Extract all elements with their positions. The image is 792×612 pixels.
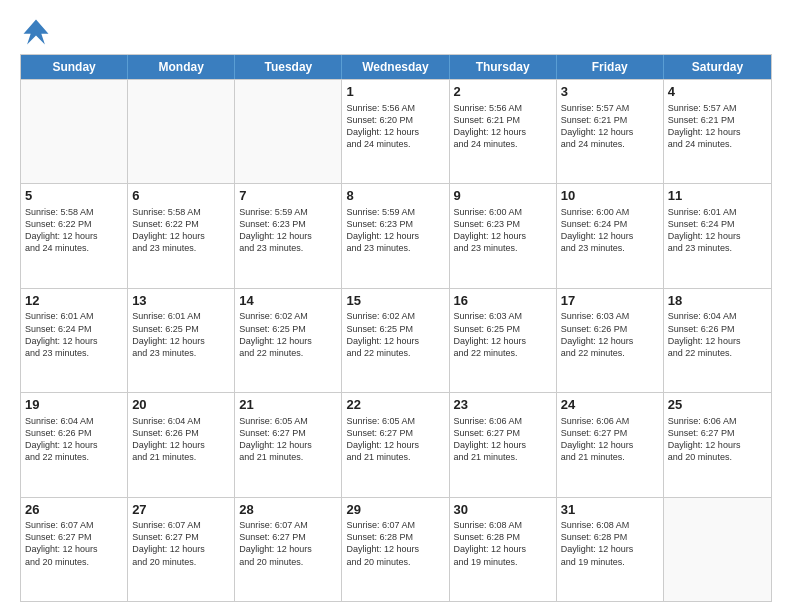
logo	[20, 16, 56, 48]
day-number: 3	[561, 83, 659, 101]
day-number: 13	[132, 292, 230, 310]
svg-marker-0	[24, 20, 49, 45]
day-cell-17: 17Sunrise: 6:03 AM Sunset: 6:26 PM Dayli…	[557, 289, 664, 392]
day-cell-27: 27Sunrise: 6:07 AM Sunset: 6:27 PM Dayli…	[128, 498, 235, 601]
day-number: 29	[346, 501, 444, 519]
day-number: 8	[346, 187, 444, 205]
day-info: Sunrise: 6:02 AM Sunset: 6:25 PM Dayligh…	[346, 310, 444, 359]
day-number: 11	[668, 187, 767, 205]
day-number: 2	[454, 83, 552, 101]
week-row-1: 1Sunrise: 5:56 AM Sunset: 6:20 PM Daylig…	[21, 79, 771, 183]
header-cell-sunday: Sunday	[21, 55, 128, 79]
day-info: Sunrise: 6:01 AM Sunset: 6:25 PM Dayligh…	[132, 310, 230, 359]
day-cell-5: 5Sunrise: 5:58 AM Sunset: 6:22 PM Daylig…	[21, 184, 128, 287]
day-info: Sunrise: 6:08 AM Sunset: 6:28 PM Dayligh…	[561, 519, 659, 568]
day-info: Sunrise: 6:08 AM Sunset: 6:28 PM Dayligh…	[454, 519, 552, 568]
week-row-4: 19Sunrise: 6:04 AM Sunset: 6:26 PM Dayli…	[21, 392, 771, 496]
day-info: Sunrise: 5:59 AM Sunset: 6:23 PM Dayligh…	[346, 206, 444, 255]
day-cell-11: 11Sunrise: 6:01 AM Sunset: 6:24 PM Dayli…	[664, 184, 771, 287]
day-cell-30: 30Sunrise: 6:08 AM Sunset: 6:28 PM Dayli…	[450, 498, 557, 601]
day-cell-1: 1Sunrise: 5:56 AM Sunset: 6:20 PM Daylig…	[342, 80, 449, 183]
day-info: Sunrise: 6:06 AM Sunset: 6:27 PM Dayligh…	[454, 415, 552, 464]
day-number: 10	[561, 187, 659, 205]
day-info: Sunrise: 6:07 AM Sunset: 6:27 PM Dayligh…	[132, 519, 230, 568]
header-cell-wednesday: Wednesday	[342, 55, 449, 79]
empty-cell	[235, 80, 342, 183]
day-cell-16: 16Sunrise: 6:03 AM Sunset: 6:25 PM Dayli…	[450, 289, 557, 392]
day-cell-24: 24Sunrise: 6:06 AM Sunset: 6:27 PM Dayli…	[557, 393, 664, 496]
day-number: 6	[132, 187, 230, 205]
day-number: 31	[561, 501, 659, 519]
day-cell-8: 8Sunrise: 5:59 AM Sunset: 6:23 PM Daylig…	[342, 184, 449, 287]
day-info: Sunrise: 6:06 AM Sunset: 6:27 PM Dayligh…	[668, 415, 767, 464]
day-info: Sunrise: 5:56 AM Sunset: 6:21 PM Dayligh…	[454, 102, 552, 151]
day-number: 17	[561, 292, 659, 310]
day-info: Sunrise: 6:03 AM Sunset: 6:25 PM Dayligh…	[454, 310, 552, 359]
day-number: 15	[346, 292, 444, 310]
day-info: Sunrise: 6:07 AM Sunset: 6:27 PM Dayligh…	[25, 519, 123, 568]
calendar: SundayMondayTuesdayWednesdayThursdayFrid…	[20, 54, 772, 602]
day-cell-14: 14Sunrise: 6:02 AM Sunset: 6:25 PM Dayli…	[235, 289, 342, 392]
day-number: 27	[132, 501, 230, 519]
day-info: Sunrise: 6:05 AM Sunset: 6:27 PM Dayligh…	[346, 415, 444, 464]
header-cell-saturday: Saturday	[664, 55, 771, 79]
page: SundayMondayTuesdayWednesdayThursdayFrid…	[0, 0, 792, 612]
empty-cell	[664, 498, 771, 601]
day-number: 28	[239, 501, 337, 519]
day-number: 16	[454, 292, 552, 310]
day-number: 22	[346, 396, 444, 414]
day-info: Sunrise: 5:57 AM Sunset: 6:21 PM Dayligh…	[668, 102, 767, 151]
header-cell-monday: Monday	[128, 55, 235, 79]
day-cell-4: 4Sunrise: 5:57 AM Sunset: 6:21 PM Daylig…	[664, 80, 771, 183]
calendar-body: 1Sunrise: 5:56 AM Sunset: 6:20 PM Daylig…	[21, 79, 771, 601]
day-info: Sunrise: 6:04 AM Sunset: 6:26 PM Dayligh…	[25, 415, 123, 464]
day-info: Sunrise: 6:06 AM Sunset: 6:27 PM Dayligh…	[561, 415, 659, 464]
day-number: 5	[25, 187, 123, 205]
day-info: Sunrise: 6:07 AM Sunset: 6:28 PM Dayligh…	[346, 519, 444, 568]
day-cell-2: 2Sunrise: 5:56 AM Sunset: 6:21 PM Daylig…	[450, 80, 557, 183]
day-info: Sunrise: 5:58 AM Sunset: 6:22 PM Dayligh…	[132, 206, 230, 255]
day-info: Sunrise: 6:04 AM Sunset: 6:26 PM Dayligh…	[132, 415, 230, 464]
day-info: Sunrise: 6:04 AM Sunset: 6:26 PM Dayligh…	[668, 310, 767, 359]
day-cell-20: 20Sunrise: 6:04 AM Sunset: 6:26 PM Dayli…	[128, 393, 235, 496]
day-number: 25	[668, 396, 767, 414]
calendar-header: SundayMondayTuesdayWednesdayThursdayFrid…	[21, 55, 771, 79]
day-cell-22: 22Sunrise: 6:05 AM Sunset: 6:27 PM Dayli…	[342, 393, 449, 496]
header	[20, 16, 772, 48]
day-info: Sunrise: 6:00 AM Sunset: 6:24 PM Dayligh…	[561, 206, 659, 255]
day-info: Sunrise: 6:01 AM Sunset: 6:24 PM Dayligh…	[25, 310, 123, 359]
day-number: 19	[25, 396, 123, 414]
day-cell-21: 21Sunrise: 6:05 AM Sunset: 6:27 PM Dayli…	[235, 393, 342, 496]
day-info: Sunrise: 6:00 AM Sunset: 6:23 PM Dayligh…	[454, 206, 552, 255]
day-number: 30	[454, 501, 552, 519]
day-info: Sunrise: 6:07 AM Sunset: 6:27 PM Dayligh…	[239, 519, 337, 568]
day-cell-3: 3Sunrise: 5:57 AM Sunset: 6:21 PM Daylig…	[557, 80, 664, 183]
logo-icon	[20, 16, 52, 48]
day-number: 24	[561, 396, 659, 414]
day-number: 1	[346, 83, 444, 101]
header-cell-friday: Friday	[557, 55, 664, 79]
header-cell-tuesday: Tuesday	[235, 55, 342, 79]
day-info: Sunrise: 5:59 AM Sunset: 6:23 PM Dayligh…	[239, 206, 337, 255]
day-cell-19: 19Sunrise: 6:04 AM Sunset: 6:26 PM Dayli…	[21, 393, 128, 496]
day-number: 12	[25, 292, 123, 310]
day-number: 9	[454, 187, 552, 205]
day-number: 20	[132, 396, 230, 414]
day-cell-28: 28Sunrise: 6:07 AM Sunset: 6:27 PM Dayli…	[235, 498, 342, 601]
empty-cell	[21, 80, 128, 183]
day-info: Sunrise: 6:05 AM Sunset: 6:27 PM Dayligh…	[239, 415, 337, 464]
day-cell-12: 12Sunrise: 6:01 AM Sunset: 6:24 PM Dayli…	[21, 289, 128, 392]
day-cell-26: 26Sunrise: 6:07 AM Sunset: 6:27 PM Dayli…	[21, 498, 128, 601]
day-info: Sunrise: 6:01 AM Sunset: 6:24 PM Dayligh…	[668, 206, 767, 255]
header-cell-thursday: Thursday	[450, 55, 557, 79]
day-number: 7	[239, 187, 337, 205]
day-cell-6: 6Sunrise: 5:58 AM Sunset: 6:22 PM Daylig…	[128, 184, 235, 287]
day-number: 18	[668, 292, 767, 310]
week-row-5: 26Sunrise: 6:07 AM Sunset: 6:27 PM Dayli…	[21, 497, 771, 601]
day-number: 21	[239, 396, 337, 414]
day-info: Sunrise: 6:02 AM Sunset: 6:25 PM Dayligh…	[239, 310, 337, 359]
day-info: Sunrise: 5:56 AM Sunset: 6:20 PM Dayligh…	[346, 102, 444, 151]
week-row-3: 12Sunrise: 6:01 AM Sunset: 6:24 PM Dayli…	[21, 288, 771, 392]
day-cell-7: 7Sunrise: 5:59 AM Sunset: 6:23 PM Daylig…	[235, 184, 342, 287]
day-cell-31: 31Sunrise: 6:08 AM Sunset: 6:28 PM Dayli…	[557, 498, 664, 601]
